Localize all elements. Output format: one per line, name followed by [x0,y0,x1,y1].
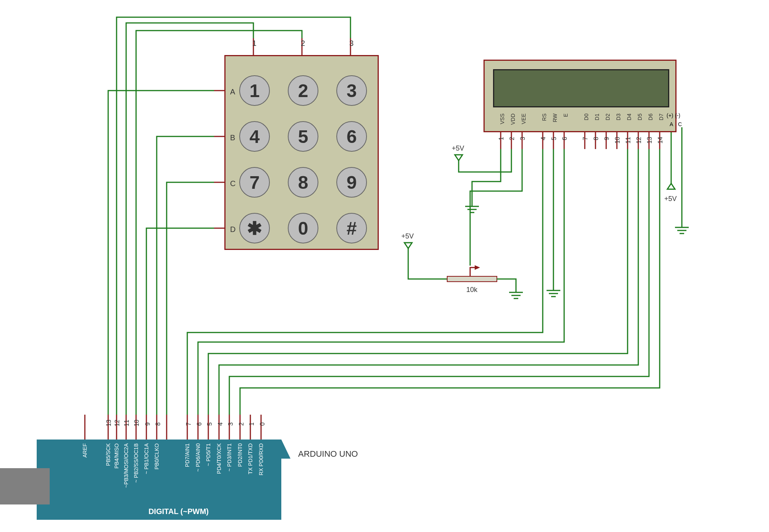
usb-connector [0,468,50,504]
lcd-pin-vdd: VDD [510,114,516,125]
lcd-pin-d1: D1 [594,114,600,120]
ard-pin-2: PD2/INT0 [237,443,243,467]
key-0[interactable]: 0 [288,213,318,243]
keypad-col-2: 2 [301,39,305,48]
keypad-row-a: A [230,88,235,96]
ard-pin-3: ~ PD3/INT1 [226,443,232,472]
svg-marker-24 [404,243,412,248]
power-5v-1: +5V [452,144,464,152]
lcd-pin-d7: D7 [658,114,664,120]
ard-pin-13: PB5/SCK [105,443,111,466]
ard-num-0: 0 [259,422,266,426]
arduino-board: DIGITAL (~PWM) AREF PB5/SCK PB4/MISO ~PB… [37,440,281,520]
ard-pin-5: ~ PD5/T1 [205,443,211,466]
ard-pin-11: ~PB3/MOSI/OC2A [123,443,129,488]
ard-pin-4: PD4/T0/XCK [216,443,222,474]
lcd-pin-cminus: (-) [675,112,680,118]
ard-num-6: 6 [196,422,203,426]
svg-marker-25 [667,183,675,189]
arduino-digital-label: DIGITAL (~PWM) [148,507,209,516]
lcd-display: VSS VDD VEE RS RW E D0 D1 D2 D3 D4 D5 D6… [483,60,677,132]
ard-num-1: 1 [248,422,255,426]
key-6[interactable]: 6 [336,121,367,152]
svg-marker-54 [281,440,290,459]
ard-num-10: 10 [133,420,140,427]
lcd-num-6: 6 [561,137,568,140]
lcd-pin-vss: VSS [499,114,505,124]
key-1[interactable]: 1 [239,75,270,106]
lcd-pin-d4: D4 [626,114,632,120]
arduino-name: ARDUINO UNO [298,449,358,459]
lcd-num-3: 3 [519,137,526,140]
ard-num-3: 3 [227,422,234,426]
ard-num-12: 12 [114,420,121,427]
lcd-num-5: 5 [551,137,558,140]
lcd-screen [493,69,669,107]
ard-pin-10: ~ PB2/SS/OC1B [133,443,139,483]
svg-marker-22 [475,265,480,270]
ard-num-9: 9 [144,422,151,426]
lcd-num-4: 4 [540,137,547,140]
lcd-pin-rs: RS [541,114,547,121]
lcd-num-13: 13 [646,137,653,144]
key-3[interactable]: 3 [336,75,367,106]
key-8[interactable]: 8 [288,167,318,198]
ard-pin-9: ~ PB1/OC1A [143,443,149,474]
key-star[interactable]: ✱ [239,213,270,243]
key-7[interactable]: 7 [239,167,270,198]
lcd-pin-d0: D0 [583,114,589,120]
lcd-pin-aplus: (+) [667,112,673,118]
lcd-num-8: 8 [593,137,600,140]
ard-num-13: 13 [105,420,112,427]
keypad-row-b: B [230,133,235,142]
ard-pin-12: PB4/MISO [114,443,120,469]
ard-pin-0: RX PD0/RXD [258,443,264,475]
ard-pin-6: ~ PD6/AIN0 [195,443,201,472]
lcd-pin-d3: D3 [615,114,621,120]
lcd-num-10: 10 [614,137,621,144]
power-5v-3: +5V [664,195,677,203]
lcd-pin-rw: RW [552,114,558,122]
keypad: 1 2 3 A B C D 1 2 3 4 5 6 7 8 9 ✱ 0 # [224,55,379,250]
ard-pin-8: PB0/CLKO [154,443,160,469]
ard-pin-1: TX PD1/TXD [247,443,253,474]
ard-num-8: 8 [155,422,162,426]
ard-pin-7: PD7/AIN1 [184,443,190,467]
lcd-num-14: 14 [657,137,664,144]
pot-value: 10k [466,286,477,294]
key-hash[interactable]: # [336,213,367,243]
key-5[interactable]: 5 [288,121,318,152]
svg-marker-23 [455,155,462,161]
lcd-num-11: 11 [625,137,632,144]
power-5v-2: +5V [401,232,414,240]
lcd-num-1: 1 [498,137,505,140]
lcd-num-9: 9 [604,137,610,140]
lcd-num-12: 12 [636,137,642,144]
lcd-pin-d5: D5 [637,114,643,120]
key-4[interactable]: 4 [239,121,270,152]
ard-pin-aref: AREF [82,443,88,457]
lcd-num-7: 7 [582,137,589,140]
ard-num-4: 4 [217,422,224,426]
ard-num-7: 7 [185,422,192,426]
lcd-pin-d6: D6 [647,114,654,120]
lcd-pin-vee: VEE [521,114,527,124]
ard-num-2: 2 [238,422,245,426]
key-2[interactable]: 2 [288,75,318,106]
keypad-col-3: 3 [349,39,354,48]
ard-num-5: 5 [206,422,213,426]
lcd-pin-c: C [678,121,682,127]
keypad-col-1: 1 [252,39,256,48]
keypad-row-d: D [230,225,235,234]
lcd-pin-d2: D2 [605,114,611,120]
key-9[interactable]: 9 [336,167,367,198]
svg-rect-21 [447,276,497,282]
lcd-num-2: 2 [509,137,516,140]
lcd-pin-e: E [563,114,569,117]
lcd-pin-a: A [670,121,673,127]
ard-num-11: 11 [123,420,130,427]
keypad-row-c: C [230,179,235,188]
